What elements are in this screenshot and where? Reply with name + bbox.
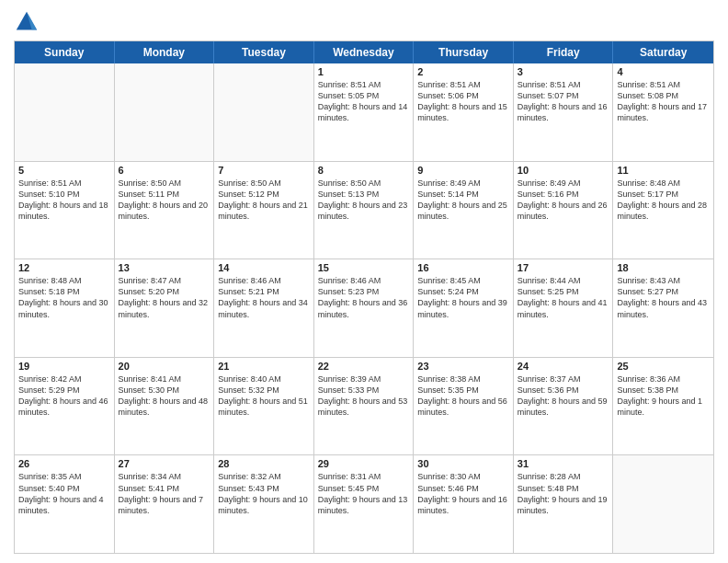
week-row: 1Sunrise: 8:51 AM Sunset: 5:05 PM Daylig…	[15, 63, 713, 162]
day-cell: 13Sunrise: 8:47 AM Sunset: 5:20 PM Dayli…	[115, 259, 215, 357]
day-header-wednesday: Wednesday	[314, 41, 415, 63]
day-info: Sunrise: 8:48 AM Sunset: 5:17 PM Dayligh…	[617, 178, 710, 223]
day-number: 22	[318, 361, 410, 372]
day-info: Sunrise: 8:30 AM Sunset: 5:46 PM Dayligh…	[417, 471, 509, 516]
day-info: Sunrise: 8:51 AM Sunset: 5:10 PM Dayligh…	[18, 178, 110, 223]
day-number: 12	[18, 262, 110, 273]
day-header-thursday: Thursday	[414, 41, 514, 63]
day-info: Sunrise: 8:40 AM Sunset: 5:32 PM Dayligh…	[218, 373, 310, 419]
day-number: 6	[119, 165, 210, 176]
day-cell: 18Sunrise: 8:43 AM Sunset: 5:27 PM Dayli…	[613, 259, 713, 357]
day-cell	[115, 63, 215, 161]
day-info: Sunrise: 8:28 AM Sunset: 5:48 PM Dayligh…	[518, 471, 609, 516]
day-info: Sunrise: 8:44 AM Sunset: 5:25 PM Dayligh…	[518, 275, 609, 320]
day-cell: 22Sunrise: 8:39 AM Sunset: 5:33 PM Dayli…	[314, 358, 415, 455]
day-info: Sunrise: 8:50 AM Sunset: 5:13 PM Dayligh…	[318, 178, 410, 223]
day-number: 14	[218, 262, 310, 273]
day-cell: 25Sunrise: 8:36 AM Sunset: 5:38 PM Dayli…	[613, 358, 713, 455]
day-info: Sunrise: 8:37 AM Sunset: 5:36 PM Dayligh…	[518, 373, 609, 419]
logo-icon	[14, 9, 40, 35]
day-number: 24	[518, 361, 609, 372]
day-cell: 7Sunrise: 8:50 AM Sunset: 5:12 PM Daylig…	[214, 162, 314, 259]
day-number: 20	[119, 361, 210, 372]
day-cell: 31Sunrise: 8:28 AM Sunset: 5:48 PM Dayli…	[514, 455, 614, 553]
week-row: 12Sunrise: 8:48 AM Sunset: 5:18 PM Dayli…	[15, 259, 713, 358]
day-cell: 19Sunrise: 8:42 AM Sunset: 5:29 PM Dayli…	[15, 358, 115, 455]
day-info: Sunrise: 8:32 AM Sunset: 5:43 PM Dayligh…	[218, 471, 310, 516]
day-cell: 9Sunrise: 8:49 AM Sunset: 5:14 PM Daylig…	[414, 162, 514, 259]
day-number: 3	[518, 66, 609, 77]
day-number: 30	[417, 458, 509, 469]
day-number: 1	[318, 66, 410, 77]
day-number: 5	[18, 165, 110, 176]
day-number: 15	[318, 262, 410, 273]
day-cell: 3Sunrise: 8:51 AM Sunset: 5:07 PM Daylig…	[514, 63, 614, 161]
day-cell: 28Sunrise: 8:32 AM Sunset: 5:43 PM Dayli…	[214, 455, 314, 553]
day-number: 16	[417, 262, 509, 273]
day-number: 29	[318, 458, 410, 469]
day-number: 21	[218, 361, 310, 372]
day-cell: 2Sunrise: 8:51 AM Sunset: 5:06 PM Daylig…	[414, 63, 514, 161]
day-info: Sunrise: 8:50 AM Sunset: 5:12 PM Dayligh…	[218, 178, 310, 223]
day-header-tuesday: Tuesday	[214, 41, 314, 63]
day-cell: 24Sunrise: 8:37 AM Sunset: 5:36 PM Dayli…	[514, 358, 614, 455]
day-number: 28	[218, 458, 310, 469]
day-info: Sunrise: 8:41 AM Sunset: 5:30 PM Dayligh…	[119, 373, 210, 419]
day-cell	[15, 63, 115, 161]
day-cell	[613, 455, 713, 553]
day-number: 18	[617, 262, 710, 273]
day-number: 10	[518, 165, 609, 176]
day-info: Sunrise: 8:36 AM Sunset: 5:38 PM Dayligh…	[617, 373, 710, 419]
day-info: Sunrise: 8:51 AM Sunset: 5:08 PM Dayligh…	[617, 79, 710, 124]
day-cell: 4Sunrise: 8:51 AM Sunset: 5:08 PM Daylig…	[613, 63, 713, 161]
day-cell: 20Sunrise: 8:41 AM Sunset: 5:30 PM Dayli…	[115, 358, 215, 455]
day-cell: 23Sunrise: 8:38 AM Sunset: 5:35 PM Dayli…	[414, 358, 514, 455]
day-info: Sunrise: 8:34 AM Sunset: 5:41 PM Dayligh…	[119, 471, 210, 516]
week-row: 26Sunrise: 8:35 AM Sunset: 5:40 PM Dayli…	[15, 455, 713, 553]
day-cell: 30Sunrise: 8:30 AM Sunset: 5:46 PM Dayli…	[414, 455, 514, 553]
day-cell: 15Sunrise: 8:46 AM Sunset: 5:23 PM Dayli…	[314, 259, 415, 357]
day-number: 8	[318, 165, 410, 176]
day-cell: 16Sunrise: 8:45 AM Sunset: 5:24 PM Dayli…	[414, 259, 514, 357]
week-row: 5Sunrise: 8:51 AM Sunset: 5:10 PM Daylig…	[15, 162, 713, 260]
day-number: 27	[119, 458, 210, 469]
day-number: 31	[518, 458, 609, 469]
day-cell: 21Sunrise: 8:40 AM Sunset: 5:32 PM Dayli…	[214, 358, 314, 455]
day-cell: 11Sunrise: 8:48 AM Sunset: 5:17 PM Dayli…	[613, 162, 713, 259]
day-cell: 27Sunrise: 8:34 AM Sunset: 5:41 PM Dayli…	[115, 455, 215, 553]
day-info: Sunrise: 8:49 AM Sunset: 5:14 PM Dayligh…	[417, 178, 509, 223]
day-number: 7	[218, 165, 310, 176]
day-header-monday: Monday	[115, 41, 215, 63]
day-info: Sunrise: 8:35 AM Sunset: 5:40 PM Dayligh…	[18, 471, 110, 516]
day-header-friday: Friday	[514, 41, 614, 63]
day-cell: 17Sunrise: 8:44 AM Sunset: 5:25 PM Dayli…	[514, 259, 614, 357]
day-info: Sunrise: 8:50 AM Sunset: 5:11 PM Dayligh…	[119, 178, 210, 223]
day-header-saturday: Saturday	[613, 41, 713, 63]
day-number: 26	[18, 458, 110, 469]
day-info: Sunrise: 8:47 AM Sunset: 5:20 PM Dayligh…	[119, 275, 210, 320]
day-cell: 10Sunrise: 8:49 AM Sunset: 5:16 PM Dayli…	[514, 162, 614, 259]
day-number: 4	[617, 66, 710, 77]
day-number: 2	[417, 66, 509, 77]
day-info: Sunrise: 8:46 AM Sunset: 5:23 PM Dayligh…	[318, 275, 410, 320]
day-info: Sunrise: 8:31 AM Sunset: 5:45 PM Dayligh…	[318, 471, 410, 516]
day-info: Sunrise: 8:48 AM Sunset: 5:18 PM Dayligh…	[18, 275, 110, 320]
day-info: Sunrise: 8:43 AM Sunset: 5:27 PM Dayligh…	[617, 275, 710, 320]
day-cell: 1Sunrise: 8:51 AM Sunset: 5:05 PM Daylig…	[314, 63, 415, 161]
calendar-weeks: 1Sunrise: 8:51 AM Sunset: 5:05 PM Daylig…	[15, 63, 713, 553]
day-info: Sunrise: 8:45 AM Sunset: 5:24 PM Dayligh…	[417, 275, 509, 320]
page-header	[14, 9, 714, 35]
day-info: Sunrise: 8:42 AM Sunset: 5:29 PM Dayligh…	[18, 373, 110, 419]
day-cell: 26Sunrise: 8:35 AM Sunset: 5:40 PM Dayli…	[15, 455, 115, 553]
day-info: Sunrise: 8:38 AM Sunset: 5:35 PM Dayligh…	[417, 373, 509, 419]
day-cell	[214, 63, 314, 161]
day-cell: 29Sunrise: 8:31 AM Sunset: 5:45 PM Dayli…	[314, 455, 415, 553]
day-cell: 5Sunrise: 8:51 AM Sunset: 5:10 PM Daylig…	[15, 162, 115, 259]
day-info: Sunrise: 8:51 AM Sunset: 5:06 PM Dayligh…	[417, 79, 509, 124]
day-headers-row: SundayMondayTuesdayWednesdayThursdayFrid…	[15, 41, 713, 63]
day-info: Sunrise: 8:51 AM Sunset: 5:05 PM Dayligh…	[318, 79, 410, 124]
logo	[14, 9, 43, 35]
day-number: 11	[617, 165, 710, 176]
day-cell: 14Sunrise: 8:46 AM Sunset: 5:21 PM Dayli…	[214, 259, 314, 357]
calendar: SundayMondayTuesdayWednesdayThursdayFrid…	[14, 40, 714, 554]
